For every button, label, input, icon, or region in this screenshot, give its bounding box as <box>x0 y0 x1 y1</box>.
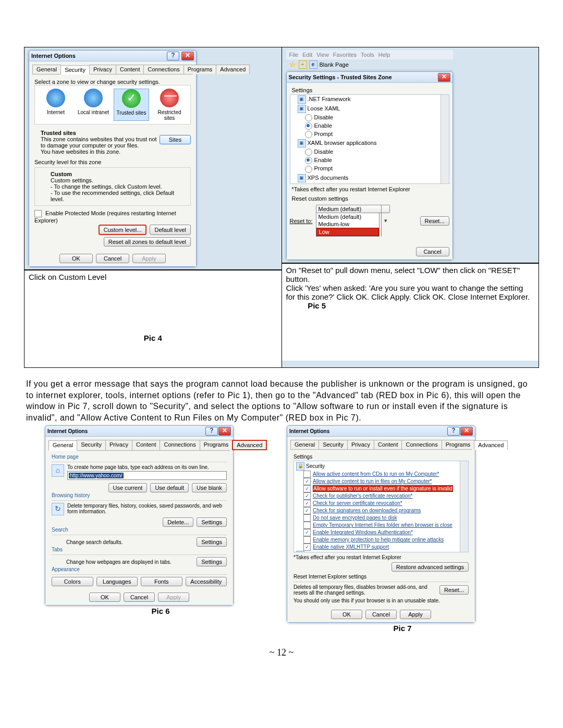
accessibility-button[interactable]: Accessibility <box>186 577 227 586</box>
home-page-field[interactable]: http://www.yahoo.com/ <box>69 473 124 478</box>
sites-button[interactable]: Sites <box>160 135 191 144</box>
tab-security[interactable]: Security <box>60 65 90 75</box>
window-help-btn[interactable]: ? <box>167 52 179 60</box>
tree-item[interactable]: Enable <box>314 157 332 163</box>
tab-general[interactable]: General <box>290 440 319 449</box>
ok-button[interactable]: OK <box>59 254 93 263</box>
checkbox[interactable] <box>303 478 311 485</box>
menu-help[interactable]: Help <box>378 52 390 58</box>
list-item[interactable]: Enable native XMLHTTP support <box>313 544 389 550</box>
cancel-button[interactable]: Cancel <box>96 254 129 263</box>
menu-favorites[interactable]: Favorites <box>333 52 357 58</box>
advanced-settings-list[interactable]: 🔒SecurityAllow active content from CDs t… <box>293 461 469 552</box>
checkbox[interactable] <box>303 529 311 536</box>
add-favorite-icon[interactable]: + <box>299 60 307 69</box>
tab-content[interactable]: Content <box>132 440 161 450</box>
reset-to-combo[interactable]: Medium (default)▾ Medium (default) Mediu… <box>316 205 390 237</box>
scrollbar[interactable] <box>440 95 449 183</box>
radio[interactable] <box>305 114 312 121</box>
checkbox[interactable] <box>303 507 311 514</box>
languages-button[interactable]: Languages <box>96 577 138 586</box>
tab-connections[interactable]: Connections <box>143 65 183 74</box>
checkbox[interactable] <box>303 485 311 492</box>
delete-button[interactable]: Delete... <box>163 517 193 527</box>
list-item[interactable]: Check for server certificate revocation* <box>313 500 402 506</box>
radio[interactable] <box>305 157 312 164</box>
list-item[interactable]: Allow active content to run in files on … <box>313 478 432 484</box>
use-blank-button[interactable]: Use blank <box>192 483 227 492</box>
tab-privacy[interactable]: Privacy <box>89 65 116 74</box>
tree-item[interactable]: Disable <box>314 183 334 184</box>
radio[interactable] <box>305 122 312 130</box>
menu-tools[interactable]: Tools <box>361 52 374 58</box>
tab-general[interactable]: General <box>32 65 61 74</box>
zone-trusted[interactable]: Trusted sites <box>114 89 149 121</box>
favorites-icon[interactable] <box>289 61 297 68</box>
tree-item[interactable]: Prompt <box>314 165 333 171</box>
ok-button[interactable]: OK <box>89 593 120 602</box>
tab-title[interactable]: Blank Page <box>320 61 349 68</box>
tree-item[interactable]: Disable <box>314 114 334 120</box>
tab-general[interactable]: General <box>48 440 77 451</box>
tab-privacy[interactable]: Privacy <box>105 440 132 450</box>
tab-programs[interactable]: Programs <box>442 440 475 449</box>
window-close-btn[interactable]: ✕ <box>181 52 194 60</box>
tree-item[interactable]: Disable <box>314 149 334 155</box>
checkbox[interactable] <box>303 536 311 544</box>
use-default-button[interactable]: Use default <box>150 483 189 492</box>
fonts-button[interactable]: Fonts <box>141 577 182 586</box>
reset-all-zones-button[interactable]: Reset all zones to default level <box>104 237 191 246</box>
use-current-button[interactable]: Use current <box>108 483 148 492</box>
combo-dropdown[interactable]: Medium (default) Medium-low Low <box>316 213 380 237</box>
list-item[interactable]: Enable memory protection to help mitigat… <box>313 537 444 542</box>
checkbox[interactable] <box>303 492 311 500</box>
list-item[interactable]: Enable Integrated Windows Authentication… <box>313 529 413 535</box>
tab-privacy[interactable]: Privacy <box>347 440 374 449</box>
window-close-btn[interactable]: ✕ <box>218 427 231 436</box>
tree-item[interactable]: Enable <box>314 122 332 129</box>
checkbox[interactable] <box>303 514 311 522</box>
tab-advanced-highlight[interactable]: Advanced <box>232 440 267 450</box>
list-item[interactable]: Allow active content from CDs to run on … <box>313 471 439 477</box>
list-item[interactable]: Check for publisher's certificate revoca… <box>313 493 412 499</box>
menu-view[interactable]: View <box>316 52 329 58</box>
cancel-button[interactable]: Cancel <box>365 610 397 619</box>
cancel-button[interactable]: Cancel <box>416 247 449 256</box>
bh-settings-button[interactable]: Settings <box>197 517 227 527</box>
protected-mode-check[interactable] <box>34 210 42 217</box>
chevron-down-icon[interactable]: ▾ <box>381 205 390 237</box>
default-level-button[interactable]: Default level <box>150 225 191 235</box>
zone-restricted[interactable]: Restricted sites <box>152 89 187 121</box>
tree-item[interactable]: Prompt <box>314 131 333 137</box>
tab-advanced[interactable]: Advanced <box>474 440 508 450</box>
restore-advanced-button[interactable]: Restore advanced settings <box>391 562 469 572</box>
menu-edit[interactable]: Edit <box>302 52 312 58</box>
scrollbar[interactable] <box>460 461 468 552</box>
apply-button[interactable]: Apply <box>158 593 189 602</box>
custom-level-button[interactable]: Custom level... <box>99 225 147 235</box>
tab-security[interactable]: Security <box>77 440 106 450</box>
tab-security[interactable]: Security <box>319 440 348 449</box>
tab-programs[interactable]: Programs <box>183 65 217 74</box>
ok-button[interactable]: OK <box>331 610 362 619</box>
apply-button[interactable]: Apply <box>132 254 166 263</box>
reset-button[interactable]: Reset... <box>439 585 469 595</box>
combo-opt-low[interactable]: Low <box>316 228 379 236</box>
checkbox[interactable] <box>303 471 311 478</box>
colors-button[interactable]: Colors <box>52 577 93 586</box>
menu-file[interactable]: File <box>289 52 299 58</box>
settings-tree[interactable]: ▣.NET Framework▣Loose XAMLDisableEnableP… <box>290 94 449 184</box>
radio[interactable] <box>305 166 312 173</box>
window-close-btn[interactable]: ✕ <box>438 73 450 82</box>
combo-opt-medium[interactable]: Medium (default) <box>316 213 379 220</box>
window-close-btn[interactable]: ✕ <box>460 427 473 436</box>
zone-internet[interactable]: Internet <box>39 89 73 121</box>
list-item[interactable]: Do not save encrypted pages to disk <box>313 515 397 521</box>
list-item-highlight[interactable]: Allow software to run or install even if… <box>313 485 453 492</box>
checkbox[interactable] <box>303 500 311 507</box>
tab-advanced[interactable]: Advanced <box>216 65 250 74</box>
tab-content[interactable]: Content <box>116 65 144 74</box>
tab-content[interactable]: Content <box>374 440 402 449</box>
list-item[interactable]: Empty Temporary Internet Files folder wh… <box>313 522 452 528</box>
radio[interactable] <box>305 183 312 184</box>
